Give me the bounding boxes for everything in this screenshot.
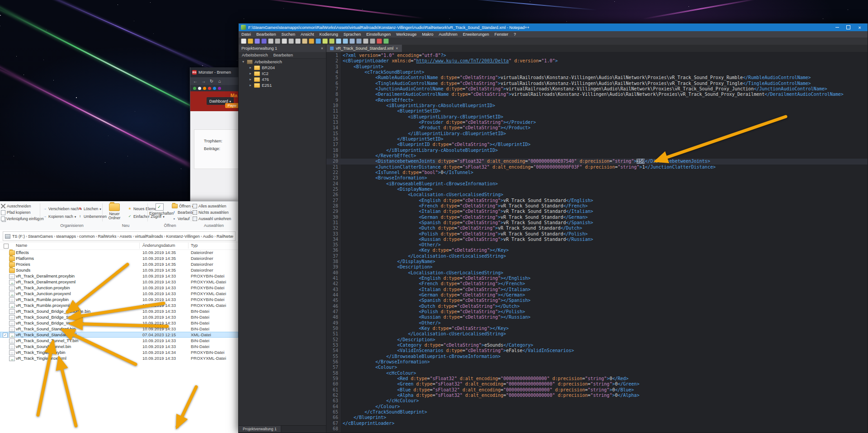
select-all-checkbox[interactable] xyxy=(4,244,9,249)
workspace-menu-item[interactable]: Arbeitsbereich xyxy=(242,53,268,57)
file-row[interactable]: Proxies10.09.2019 14:35Dateiordner xyxy=(0,261,238,267)
invert-selection-button[interactable]: Auswahl umkehren xyxy=(193,216,231,222)
file-row[interactable]: vR_Track_Sound_Tunnel.bin10.09.2019 14:3… xyxy=(0,344,238,349)
document-tab[interactable]: vR_Track_Sound_Standard.xml xyxy=(326,45,402,52)
back-icon[interactable] xyxy=(193,79,198,84)
breadcrumb-item[interactable]: Assets xyxy=(119,234,132,239)
column-header-date[interactable]: Änderungsdatum xyxy=(142,243,175,248)
file-row[interactable]: vR_Track_Sound_Bridge_Steel.bin10.09.201… xyxy=(0,314,238,320)
file-row[interactable]: vR_Track_Tingle.proxybin10.09.2019 14:34… xyxy=(0,349,238,355)
site-orange-badge[interactable]: Payw xyxy=(225,103,239,108)
macro-play-icon[interactable] xyxy=(383,38,389,44)
menu-erweiterungen[interactable]: Erweiterungen xyxy=(460,31,492,38)
redo-icon[interactable] xyxy=(316,38,321,44)
find-icon[interactable] xyxy=(322,38,328,44)
breadcrumb-item[interactable]: Konstanz-Villingen xyxy=(166,234,199,239)
extension-icon[interactable] xyxy=(213,87,216,90)
file-row[interactable]: vR_Track_Junction.proxybin10.09.2019 14:… xyxy=(0,285,238,291)
select-none-button[interactable]: Nichts auswählen xyxy=(193,209,231,216)
menu-makro[interactable]: Makro xyxy=(420,31,436,38)
home-icon[interactable] xyxy=(217,79,222,84)
menu-bearbeiten[interactable]: Bearbeiten xyxy=(254,31,279,38)
browser-tab-strip[interactable]: RS Münster - Bremen xyxy=(190,67,239,77)
sync-horizontal-icon[interactable] xyxy=(356,38,362,44)
panel-bottom-tab[interactable]: Projektverwaltung 1 xyxy=(239,426,281,432)
copy-to-button[interactable]: Kopieren nach xyxy=(42,213,82,220)
breadcrumb-item[interactable]: common xyxy=(79,234,95,239)
new-file-icon[interactable] xyxy=(241,38,246,44)
tree-item-br204[interactable]: BR204 xyxy=(239,65,326,71)
checkbox-checked[interactable] xyxy=(3,333,8,338)
breadcrumb-item[interactable]: RailWorks xyxy=(98,234,117,239)
tree-root[interactable]: Arbeitsbereich xyxy=(239,59,326,65)
zoom-in-icon[interactable] xyxy=(336,38,341,44)
close-button[interactable] xyxy=(854,24,865,31)
menu-fenster[interactable]: Fenster xyxy=(492,31,511,38)
word-wrap-icon[interactable] xyxy=(363,38,368,44)
zoom-out-icon[interactable] xyxy=(343,38,348,44)
replace-icon[interactable] xyxy=(329,38,335,44)
file-row[interactable]: vR_Track_Sound_Standard.xml07.04.2023 12… xyxy=(0,332,238,338)
menu-werkzeuge[interactable]: Werkzeuge xyxy=(393,31,419,38)
move-to-button[interactable]: Verschieben nach xyxy=(42,206,82,212)
column-divider[interactable] xyxy=(188,243,189,249)
show-all-chars-icon[interactable] xyxy=(370,38,375,44)
extension-icon[interactable] xyxy=(218,87,221,90)
menu-kodierung[interactable]: Kodierung xyxy=(317,31,341,38)
breadcrumb-item[interactable]: RailNetwork xyxy=(217,234,233,239)
print-icon[interactable] xyxy=(282,38,287,44)
menu-datei[interactable]: Datei xyxy=(239,31,254,38)
extension-icon[interactable] xyxy=(198,87,201,90)
cut-button[interactable]: Ausschneiden xyxy=(1,203,44,209)
column-header-name[interactable]: Name xyxy=(16,243,27,248)
file-row[interactable]: vR_Track_Sound_Tunnel_TT.bin10.09.2019 1… xyxy=(0,338,238,344)
breadcrumb-item[interactable]: steamapps xyxy=(56,234,76,239)
tab-close-icon[interactable] xyxy=(396,46,398,51)
menu-ansicht[interactable]: Ansicht xyxy=(298,31,317,38)
save-all-icon[interactable] xyxy=(261,38,267,44)
properties-button[interactable]: Eigenschaften xyxy=(149,202,170,216)
breadcrumb-item[interactable]: TS (F:) xyxy=(12,234,25,239)
menu-sprachen[interactable]: Sprachen xyxy=(341,31,364,38)
sync-vertical-icon[interactable] xyxy=(349,38,355,44)
breadcrumb[interactable]: TS (F:)›SteamGames›steamapps›common›Rail… xyxy=(3,231,236,241)
save-icon[interactable] xyxy=(255,38,260,44)
new-folder-button[interactable]: Neuer Ordner xyxy=(104,202,125,220)
cut-icon[interactable] xyxy=(288,38,294,44)
breadcrumb-item[interactable]: virtualRailroads xyxy=(135,234,163,239)
extension-icon[interactable] xyxy=(193,87,196,90)
copy-path-button[interactable]: Pfad kopieren xyxy=(1,209,44,216)
paste-shortcut-button[interactable]: Verknüpfung einfügen xyxy=(1,216,44,222)
file-row[interactable]: vR_Track_Rumble.proxyxml10.09.2019 14:33… xyxy=(0,302,238,308)
file-row[interactable]: vR_Track_Derailment.proxyxml10.09.2019 1… xyxy=(0,279,238,285)
menu-?[interactable]: ? xyxy=(511,31,519,38)
tree-item-ic2[interactable]: IC2 xyxy=(239,71,326,76)
copy-icon[interactable] xyxy=(295,38,301,44)
file-row[interactable]: Platforms10.09.2019 14:35Dateiordner xyxy=(0,255,238,261)
panel-close-icon[interactable] xyxy=(321,46,323,51)
file-row[interactable]: vR_Track_Derailment.proxybin10.09.2019 1… xyxy=(0,273,238,279)
tree-item-e251[interactable]: E251 xyxy=(239,82,326,88)
forward-icon[interactable] xyxy=(201,79,206,84)
file-row[interactable]: vR_Track_Tingle.proxyxml10.09.2019 14:33… xyxy=(0,355,238,361)
file-row[interactable]: Effects10.09.2019 14:35Dateiordner xyxy=(0,249,238,255)
breadcrumb-item[interactable]: SteamGames xyxy=(28,234,53,239)
code-editor[interactable]: 1<?xml version="1.0" encoding="utf-8"?>2… xyxy=(326,52,868,433)
project-panel-header[interactable]: Projektverwaltung 1 xyxy=(239,45,326,52)
file-row[interactable]: vR_Track_Junction.proxyxml10.09.2019 14:… xyxy=(0,291,238,297)
notepad-title-bar[interactable]: F:\SteamGames\steamapps\common\RailWorks… xyxy=(239,24,868,31)
undo-icon[interactable] xyxy=(309,38,314,44)
menu-ausfhren[interactable]: Ausführen xyxy=(436,31,460,38)
macro-record-icon[interactable] xyxy=(377,38,382,44)
file-row[interactable]: vR_Track_Sound_Standard.bin10.09.2019 14… xyxy=(0,326,238,332)
menu-einstellungen[interactable]: Einstellungen xyxy=(363,31,393,38)
file-row[interactable]: vR_Track_Sound_Bridge_Wood.bin10.09.2019… xyxy=(0,320,238,326)
file-row[interactable]: Sounds10.09.2019 14:35Dateiordner xyxy=(0,267,238,273)
column-header-type[interactable]: Typ xyxy=(191,243,198,248)
open-file-icon[interactable] xyxy=(248,38,253,44)
maximize-button[interactable] xyxy=(843,24,854,31)
minimize-button[interactable] xyxy=(831,24,843,31)
reload-icon[interactable] xyxy=(209,79,214,84)
menu-suchen[interactable]: Suchen xyxy=(279,31,298,38)
select-all-button[interactable]: Alles auswählen xyxy=(193,203,231,209)
